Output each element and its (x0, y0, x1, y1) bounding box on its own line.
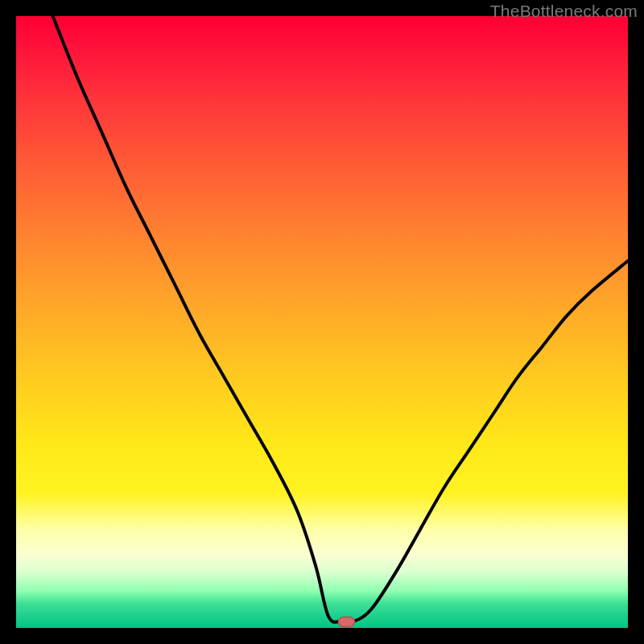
minimum-marker (338, 617, 354, 626)
chart-svg (16, 16, 628, 628)
watermark-text: TheBottleneck.com (490, 2, 638, 21)
bottleneck-curve-path (53, 16, 628, 623)
plot-area (16, 16, 628, 628)
chart-frame: TheBottleneck.com (0, 0, 644, 644)
